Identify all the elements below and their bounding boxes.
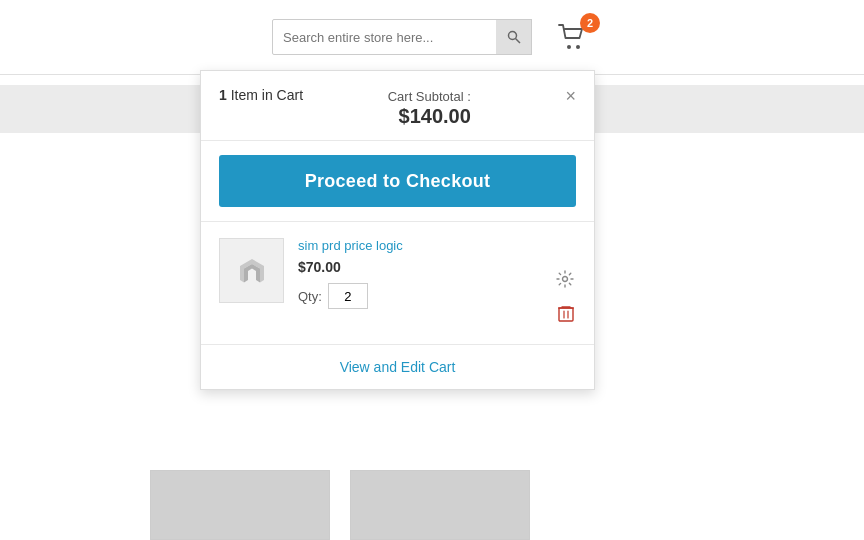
svg-point-2 xyxy=(567,45,571,49)
cart-dropdown: 1 Item in Cart Cart Subtotal : $140.00 ×… xyxy=(200,70,595,390)
subtotal-amount: $140.00 xyxy=(388,105,471,128)
settings-icon xyxy=(556,270,574,288)
checkout-section: Proceed to Checkout xyxy=(201,141,594,222)
bottom-product-area xyxy=(0,460,864,540)
cart-item: sim prd price logic $70.00 Qty: xyxy=(201,222,594,345)
page-background: 2 1 Item in Cart Cart Subtotal : $140.00… xyxy=(0,0,864,540)
search-icon xyxy=(507,30,521,44)
item-details: sim prd price logic $70.00 Qty: xyxy=(298,238,540,309)
dropdown-header: 1 Item in Cart Cart Subtotal : $140.00 × xyxy=(201,71,594,141)
subtotal-label: Cart Subtotal : xyxy=(388,89,471,104)
svg-rect-6 xyxy=(559,308,573,321)
item-delete-button[interactable] xyxy=(556,302,576,328)
item-thumbnail xyxy=(219,238,284,303)
item-actions xyxy=(554,238,576,328)
top-bar: 2 xyxy=(0,0,864,75)
svg-point-3 xyxy=(576,45,580,49)
svg-point-0 xyxy=(508,32,516,40)
svg-rect-4 xyxy=(232,251,272,291)
item-price: $70.00 xyxy=(298,259,540,275)
search-wrapper xyxy=(272,19,532,55)
product-thumb-1 xyxy=(150,470,330,540)
qty-label: Qty: xyxy=(298,289,322,304)
item-name[interactable]: sim prd price logic xyxy=(298,238,540,253)
items-count-label: Item in Cart xyxy=(231,87,303,103)
svg-line-1 xyxy=(515,39,520,44)
cart-area: 2 xyxy=(552,17,592,57)
delete-icon xyxy=(558,304,574,322)
items-count: 1 Item in Cart xyxy=(219,87,303,103)
product-thumb-2 xyxy=(350,470,530,540)
cart-subtotal: Cart Subtotal : $140.00 xyxy=(388,87,471,128)
item-settings-button[interactable] xyxy=(554,268,576,294)
close-button[interactable]: × xyxy=(555,87,576,105)
qty-input[interactable] xyxy=(328,283,368,309)
svg-point-5 xyxy=(563,277,568,282)
items-count-number: 1 xyxy=(219,87,227,103)
magento-logo-icon xyxy=(232,251,272,291)
search-input[interactable] xyxy=(272,19,532,55)
search-button[interactable] xyxy=(496,19,532,55)
item-qty: Qty: xyxy=(298,283,540,309)
view-cart-link[interactable]: View and Edit Cart xyxy=(201,345,594,389)
cart-badge: 2 xyxy=(580,13,600,33)
checkout-button[interactable]: Proceed to Checkout xyxy=(219,155,576,207)
